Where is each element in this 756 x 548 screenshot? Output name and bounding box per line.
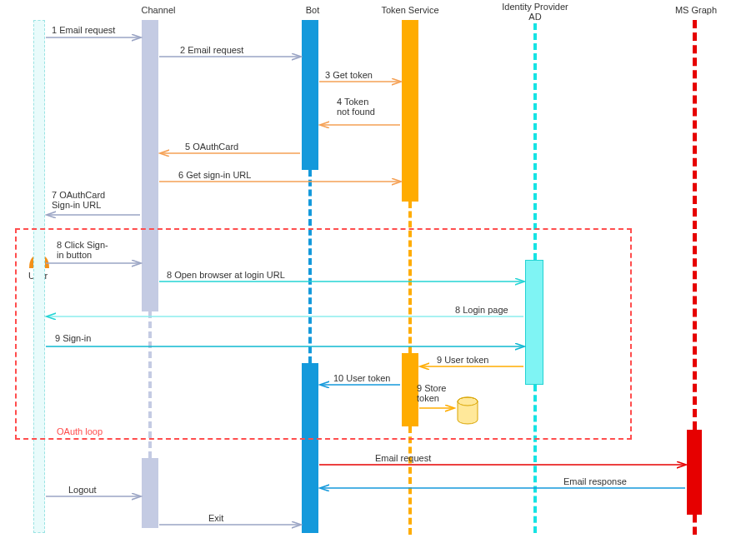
msg-3: 3 Get token bbox=[325, 70, 373, 80]
participant-token-service: Token Service bbox=[377, 5, 443, 15]
msg-4: 4 Token not found bbox=[337, 97, 375, 117]
msg-resp: Email response bbox=[563, 476, 627, 486]
token-lifebar-1 bbox=[402, 20, 418, 202]
msgraph-lifebar bbox=[687, 430, 702, 515]
msg-1: 1 Email request bbox=[52, 25, 115, 35]
msg-6: 6 Get sign-in URL bbox=[178, 170, 251, 180]
msg-logout: Logout bbox=[68, 485, 97, 495]
msg-req: Email request bbox=[375, 453, 431, 463]
idp-lifeline-1 bbox=[533, 23, 537, 260]
oauth-loop-label: OAuth loop bbox=[57, 426, 103, 436]
msg-7: 7 OAuthCard Sign-in URL bbox=[52, 190, 105, 210]
msgraph-lifeline-1 bbox=[693, 20, 697, 430]
msg-8b: 8 Open browser at login URL bbox=[167, 270, 285, 280]
msg-9b: 9 User token bbox=[437, 355, 488, 365]
msg-5: 5 OAuthCard bbox=[185, 142, 238, 152]
msg-10: 10 User token bbox=[333, 373, 390, 383]
msg-exit: Exit bbox=[208, 513, 223, 523]
storage-icon bbox=[455, 396, 480, 426]
msg-8c: 8 Login page bbox=[455, 305, 508, 315]
token-lifeline-2 bbox=[408, 426, 412, 535]
msgraph-lifeline-2 bbox=[693, 515, 697, 535]
participant-ms-graph: MS Graph bbox=[671, 5, 721, 15]
participant-bot: Bot bbox=[300, 5, 325, 15]
msg-9c: 9 Store token bbox=[417, 383, 446, 403]
participant-idp: Identity Provider AD bbox=[493, 2, 577, 22]
participant-channel: Channel bbox=[133, 5, 183, 15]
msg-9a: 9 Sign-in bbox=[55, 333, 91, 343]
bot-lifebar-1 bbox=[302, 20, 318, 170]
msg-8a: 8 Click Sign- in button bbox=[57, 240, 108, 260]
channel-lifebar-2 bbox=[142, 458, 158, 528]
oauth-loop-box bbox=[15, 228, 632, 440]
msg-2: 2 Email request bbox=[180, 45, 243, 55]
